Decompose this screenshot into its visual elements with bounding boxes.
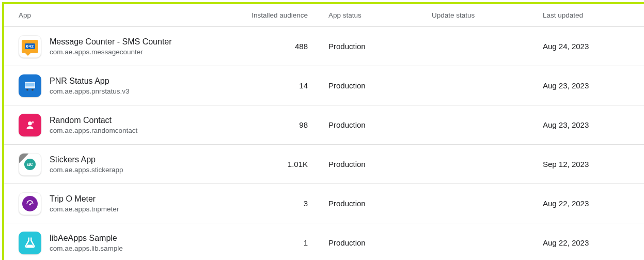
svg-point-3 bbox=[32, 88, 34, 90]
random-contact-icon bbox=[19, 114, 41, 136]
app-name: Message Counter - SMS Counter bbox=[50, 37, 172, 47]
app-package: com.ae.apps.lib.sample bbox=[50, 244, 123, 252]
last-updated: Aug 23, 2023 bbox=[543, 81, 630, 90]
table-row[interactable]: Random Contact com.ae.apps.randomcontact… bbox=[4, 105, 644, 145]
table-row[interactable]: libAeApps Sample com.ae.apps.lib.sample … bbox=[4, 223, 644, 260]
svg-rect-1 bbox=[25, 83, 35, 86]
last-updated: Aug 24, 2023 bbox=[543, 42, 630, 51]
svg-point-4 bbox=[28, 121, 32, 125]
table-row[interactable]: Trip O Meter com.ae.apps.tripmeter 3 Pro… bbox=[4, 184, 644, 223]
app-package: com.ae.apps.stickerapp bbox=[50, 166, 123, 174]
table-row[interactable]: PNR Status App com.ae.apps.pnrstatus.v3 … bbox=[4, 66, 644, 105]
app-package: com.ae.apps.messagecounter bbox=[50, 48, 172, 56]
svg-line-7 bbox=[30, 203, 32, 204]
installed-audience: 1.01K bbox=[248, 160, 328, 169]
pnr-status-icon bbox=[19, 74, 41, 97]
app-status: Production bbox=[328, 120, 432, 129]
header-app[interactable]: App bbox=[19, 11, 248, 19]
app-status: Production bbox=[328, 42, 432, 51]
table-header-row: App Installed audience App status Update… bbox=[4, 4, 644, 27]
apps-table: App Installed audience App status Update… bbox=[4, 4, 644, 260]
app-status: Production bbox=[328, 160, 432, 169]
app-status: Production bbox=[328, 238, 432, 247]
libaeapps-sample-icon bbox=[19, 232, 41, 254]
installed-audience: 3 bbox=[248, 199, 328, 208]
header-audience[interactable]: Installed audience bbox=[248, 11, 328, 19]
svg-point-5 bbox=[32, 121, 34, 123]
app-package: com.ae.apps.tripmeter bbox=[50, 205, 119, 213]
app-name: Random Contact bbox=[50, 116, 137, 125]
last-updated: Aug 22, 2023 bbox=[543, 238, 630, 247]
stickers-app-icon: ae bbox=[19, 153, 41, 176]
app-status: Production bbox=[328, 199, 432, 208]
app-package: com.ae.apps.randomcontact bbox=[50, 127, 137, 134]
header-update[interactable]: Update status bbox=[432, 11, 543, 19]
message-counter-icon: 042 bbox=[19, 35, 41, 58]
header-status[interactable]: App status bbox=[328, 11, 432, 19]
installed-audience: 1 bbox=[248, 238, 328, 247]
installed-audience: 488 bbox=[248, 42, 328, 51]
installed-audience: 98 bbox=[248, 120, 328, 129]
header-updated[interactable]: Last updated bbox=[543, 11, 630, 19]
svg-point-2 bbox=[26, 88, 28, 90]
last-updated: Aug 22, 2023 bbox=[543, 199, 630, 208]
table-row[interactable]: ae Stickers App com.ae.apps.stickerapp 1… bbox=[4, 145, 644, 184]
last-updated: Sep 12, 2023 bbox=[543, 160, 630, 169]
app-package: com.ae.apps.pnrstatus.v3 bbox=[50, 87, 130, 95]
app-name: Stickers App bbox=[50, 155, 123, 164]
last-updated: Aug 23, 2023 bbox=[543, 120, 630, 129]
app-name: PNR Status App bbox=[50, 77, 130, 86]
table-row[interactable]: 042 Message Counter - SMS Counter com.ae… bbox=[4, 27, 644, 66]
installed-audience: 14 bbox=[248, 81, 328, 90]
app-status: Production bbox=[328, 81, 432, 90]
trip-o-meter-icon bbox=[19, 192, 41, 215]
app-name: Trip O Meter bbox=[50, 194, 119, 204]
app-name: libAeApps Sample bbox=[50, 234, 123, 243]
